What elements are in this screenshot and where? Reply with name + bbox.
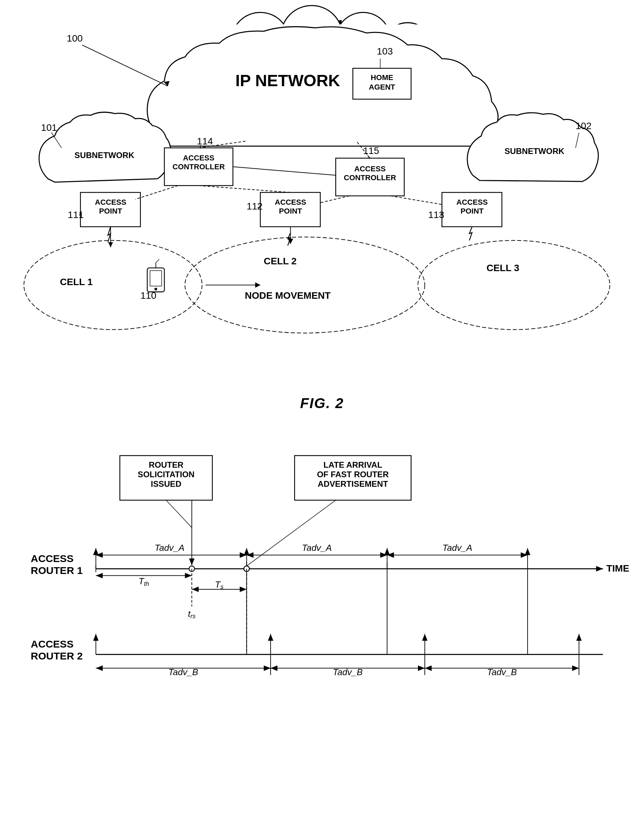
node-movement-label: NODE MOVEMENT (245, 290, 331, 301)
cell3-label: CELL 3 (486, 262, 520, 273)
late-arrival-line2: OF FAST ROUTER (317, 470, 389, 479)
label-100: 100 (67, 33, 83, 44)
fig1-svg: IP NETWORK 100 103 HOME AGENT SUBNETWORK… (14, 17, 630, 375)
access-point-1-line2: POINT (99, 207, 122, 215)
access-controller-2-line2: CONTROLLER (344, 174, 396, 182)
svg-marker-58 (96, 573, 103, 578)
label-101: 101 (41, 122, 57, 133)
label-103: 103 (377, 46, 393, 57)
access-controller-2-line1: ACCESS (354, 164, 386, 173)
ar2-label-line1: ACCESS (31, 638, 74, 650)
svg-marker-78 (384, 548, 390, 555)
svg-marker-76 (244, 548, 249, 555)
home-agent-label: HOME (371, 73, 393, 82)
tadv-a-3: Tadv_A (443, 543, 472, 553)
tadv-a-2: Tadv_A (302, 543, 332, 553)
home-agent-label2: AGENT (369, 83, 395, 91)
access-controller-1-line1: ACCESS (183, 154, 214, 162)
tadv-b-1: Tadv_B (168, 667, 198, 677)
router-sol-line1: ROUTER (149, 460, 184, 469)
label-113: 113 (428, 209, 444, 220)
svg-marker-49 (596, 566, 603, 572)
subnetwork-1-label: SUBNETWORK (75, 151, 135, 160)
svg-marker-57 (185, 573, 192, 578)
label-111: 111 (68, 209, 84, 220)
cell2-label: CELL 2 (264, 255, 297, 266)
label-115: 115 (363, 145, 379, 156)
t-rs-label: trs (188, 609, 195, 620)
svg-marker-80 (525, 548, 530, 555)
ip-network-label: IP NETWORK (235, 71, 340, 89)
svg-marker-74 (93, 548, 99, 555)
svg-marker-103 (189, 558, 194, 565)
ar1-label-line2: ROUTER 1 (31, 565, 83, 576)
fig2-svg: ACCESS ROUTER 1 ACCESS ROUTER 2 TIME Tad… (14, 395, 630, 777)
access-point-2-line1: ACCESS (275, 198, 306, 206)
page: IP NETWORK 100 103 HOME AGENT SUBNETWORK… (0, 0, 644, 824)
t-s-label: Ts (215, 580, 223, 590)
svg-marker-86 (418, 666, 425, 671)
svg-marker-82 (264, 666, 271, 671)
svg-marker-98 (422, 634, 428, 641)
access-point-2-line2: POINT (279, 207, 302, 215)
tadv-b-3: Tadv_B (487, 667, 517, 677)
svg-marker-94 (93, 634, 99, 641)
svg-line-104 (166, 500, 192, 528)
access-point-1-line1: ACCESS (95, 198, 126, 206)
router-sol-line3: ISSUED (151, 479, 181, 489)
time-label: TIME (607, 563, 629, 573)
svg-marker-91 (425, 666, 432, 671)
svg-marker-90 (572, 666, 579, 671)
svg-marker-87 (271, 666, 278, 671)
fig2-diagram: ACCESS ROUTER 1 ACCESS ROUTER 2 TIME Tad… (14, 395, 630, 777)
label-102: 102 (576, 120, 592, 131)
svg-marker-63 (192, 587, 198, 592)
svg-marker-62 (240, 587, 247, 592)
svg-marker-100 (576, 634, 582, 641)
tadv-a-1: Tadv_A (155, 543, 184, 553)
router-sol-line2: SOLICITATION (138, 470, 195, 479)
ar1-label-line1: ACCESS (31, 553, 74, 564)
access-point-3-line2: POINT (460, 207, 484, 215)
tadv-b-2: Tadv_B (333, 667, 363, 677)
svg-line-107 (247, 500, 336, 566)
label-114: 114 (197, 135, 213, 146)
t-th-label: Tth (138, 576, 149, 587)
ar2-label-line2: ROUTER 2 (31, 650, 83, 661)
subnetwork-2-label: SUBNETWORK (504, 146, 564, 156)
fig1-diagram: IP NETWORK 100 103 HOME AGENT SUBNETWORK… (14, 17, 630, 375)
cell1-label: CELL 1 (60, 276, 93, 287)
late-arrival-line1: LATE ARRIVAL (324, 460, 382, 469)
access-point-3-line1: ACCESS (457, 198, 488, 206)
late-arrival-line3: ADVERTISEMENT (317, 479, 388, 489)
access-controller-1-line2: CONTROLLER (173, 163, 225, 171)
svg-marker-83 (96, 666, 103, 671)
svg-marker-96 (268, 634, 273, 641)
label-110: 110 (140, 290, 156, 301)
